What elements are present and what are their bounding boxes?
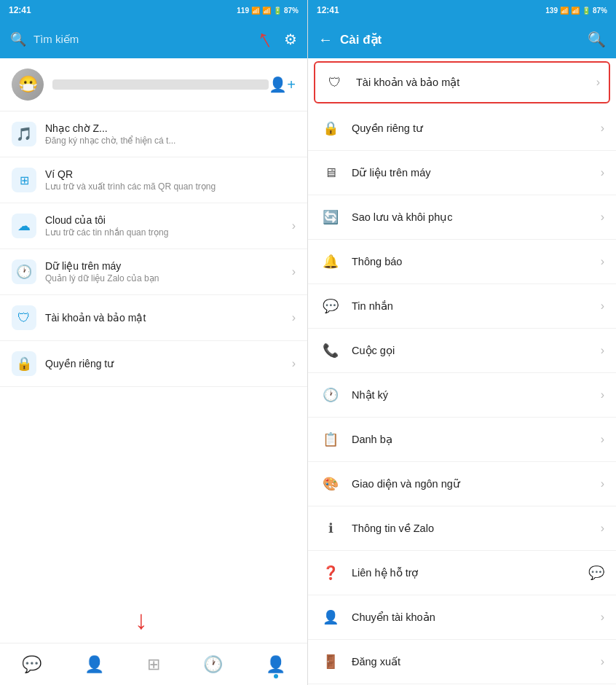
data-icon: 🕐 [12, 259, 36, 284]
right-panel: 12:41 139 📶 📶 🔋 87% ← Cài đặt 🔍 🛡 Tài kh… [308, 0, 616, 685]
backup-icon: 🔄 [320, 206, 341, 228]
chevron-icon: › [292, 357, 296, 370]
left-time: 12:41 [9, 5, 31, 15]
settings-item-tai-khoan[interactable]: 🛡 Tài khoản và bảo mật › [314, 61, 610, 103]
grid-icon: ⊞ [147, 655, 160, 674]
chevron-icon: › [601, 433, 604, 446]
profile-name [52, 79, 269, 90]
menu-subtitle-du-lieu: Quản lý dữ liệu Zalo của bạn [45, 273, 292, 283]
cloud-icon: ☁ [12, 214, 36, 238]
chevron-icon: › [601, 655, 604, 668]
left-top-bar: 🔍 Tìm kiếm ⚙ [0, 20, 307, 58]
settings-title: Cài đặt [340, 32, 580, 47]
chevron-icon: › [601, 255, 604, 268]
settings-item-dang-xuat[interactable]: 🚪 Đăng xuất › [308, 640, 616, 684]
settings-label-chuyen-tai-khoan: Chuyển tài khoản [352, 611, 601, 623]
gear-icon[interactable]: ⚙ [284, 31, 297, 48]
profile-row[interactable]: 😷 👤+ [0, 58, 307, 111]
left-status-icons: 119 📶 📶 🔋 87% [237, 7, 299, 15]
nav-chat[interactable]: 💬 [22, 655, 42, 674]
settings-item-du-lieu-tren-may[interactable]: 🖥 Dữ liệu trên máy › [308, 151, 616, 195]
settings-item-chuyen-tai-khoan[interactable]: 👤 Chuyển tài khoản › [308, 595, 616, 640]
avatar: 😷 [12, 68, 44, 101]
settings-item-lien-he[interactable]: ❓ Liên hệ hỗ trợ 💬 [308, 551, 616, 595]
shield-settings-icon: 🛡 [324, 71, 346, 93]
settings-label-tai-khoan: Tài khoản và bảo mật [356, 77, 596, 88]
phonebook-icon: 📋 [320, 428, 341, 450]
back-button[interactable]: ← [318, 31, 333, 48]
message-settings-icon: 💬 [320, 295, 341, 317]
switch-account-icon: 👤 [320, 606, 341, 628]
menu-subtitle-nhac-cho: Đăng ký nhạc chờ, thể hiện cá t... [45, 136, 296, 146]
settings-label-dang-xuat: Đăng xuất [352, 656, 601, 668]
clock-icon: 🕐 [203, 655, 223, 674]
settings-label-thong-tin-zalo: Thông tin về Zalo [352, 522, 601, 534]
chevron-icon: › [292, 311, 296, 324]
settings-item-thong-bao[interactable]: 🔔 Thông báo › [308, 240, 616, 284]
chat-icon: 💬 [22, 655, 42, 674]
menu-title-du-lieu: Dữ liệu trên máy [45, 260, 292, 272]
settings-label-quyen-rieng-tu: Quyền riêng tư [352, 122, 601, 134]
settings-label-nhat-ky: Nhật ký [352, 389, 601, 401]
profile-edit-icon[interactable]: 👤+ [269, 76, 296, 93]
menu-subtitle-vi-qr: Lưu trữ và xuất trình các mã QR quan trọ… [45, 181, 296, 192]
chevron-icon: › [601, 166, 604, 179]
nav-profile[interactable]: 👤 [266, 655, 285, 674]
theme-icon: 🎨 [320, 473, 341, 495]
chevron-icon: › [601, 388, 604, 402]
settings-item-sao-luu[interactable]: 🔄 Sao lưu và khôi phục › [308, 195, 616, 240]
bottom-nav: 💬 👤 ⊞ 🕐 👤 [0, 643, 307, 685]
menu-item-cloud[interactable]: ☁ Cloud của tôi Lưu trữ các tin nhắn qua… [0, 203, 307, 249]
settings-item-cuoc-goi[interactable]: 📞 Cuộc gọi › [308, 329, 616, 373]
settings-label-sao-luu: Sao lưu và khôi phục [352, 211, 601, 223]
chevron-icon: › [601, 300, 604, 313]
settings-item-giao-dien[interactable]: 🎨 Giao diện và ngôn ngữ › [308, 462, 616, 506]
menu-title-nhac-cho: Nhạc chờ Z... [45, 122, 296, 134]
notification-icon: 🔔 [320, 251, 341, 273]
chevron-icon: › [601, 122, 604, 135]
lock-icon: 🔒 [12, 351, 36, 376]
chevron-icon: › [596, 76, 600, 89]
right-time: 12:41 [317, 5, 339, 15]
menu-item-vi-qr[interactable]: ⊞ Ví QR Lưu trữ và xuất trình các mã QR … [0, 157, 307, 203]
logout-icon: 🚪 [320, 651, 341, 673]
menu-item-nhac-cho[interactable]: 🎵 Nhạc chờ Z... Đăng ký nhạc chờ, thể hi… [0, 111, 307, 157]
settings-item-tin-nhan[interactable]: 💬 Tin nhắn › [308, 284, 616, 329]
left-menu-list: 🎵 Nhạc chờ Z... Đăng ký nhạc chờ, thể hi… [0, 111, 307, 643]
search-icon[interactable]: 🔍 [10, 31, 26, 47]
settings-item-thong-tin-zalo[interactable]: ℹ Thông tin về Zalo › [308, 506, 616, 551]
chevron-icon: › [292, 265, 296, 278]
chevron-icon: › [601, 477, 604, 490]
left-status-bar: 12:41 119 📶 📶 🔋 87% [0, 0, 307, 20]
settings-label-giao-dien: Giao diện và ngôn ngữ [352, 478, 601, 490]
nav-contacts[interactable]: 👤 [84, 655, 104, 674]
search-placeholder[interactable]: Tìm kiếm [33, 33, 277, 46]
menu-item-du-lieu[interactable]: 🕐 Dữ liệu trên máy Quản lý dữ liệu Zalo … [0, 249, 307, 295]
menu-item-tai-khoan[interactable]: 🛡 Tài khoản và bảo mật › [0, 295, 307, 341]
music-icon: 🎵 [12, 122, 36, 146]
lock-settings-icon: 🔒 [320, 117, 341, 139]
chat-bubble-icon: 💬 [588, 565, 604, 581]
settings-label-danh-ba: Danh bạ [352, 434, 601, 445]
right-top-bar: ← Cài đặt 🔍 [308, 20, 616, 58]
right-status-icons: 139 📶 📶 🔋 87% [545, 7, 607, 15]
settings-item-danh-ba[interactable]: 📋 Danh bạ › [308, 418, 616, 462]
settings-item-nhat-ky[interactable]: 🕐 Nhật ký › [308, 373, 616, 418]
settings-label-thong-bao: Thông báo [352, 256, 601, 267]
settings-list: 🛡 Tài khoản và bảo mật › 🔒 Quyền riêng t… [308, 58, 616, 685]
diary-icon: 🕐 [320, 384, 341, 406]
active-indicator [274, 674, 278, 678]
settings-label-du-lieu-tren-may: Dữ liệu trên máy [352, 167, 601, 179]
chevron-icon: › [601, 344, 604, 357]
shield-icon: 🛡 [12, 305, 36, 330]
settings-item-quyen-rieng-tu[interactable]: 🔒 Quyền riêng tư › [308, 106, 616, 151]
menu-item-quyen-rieng[interactable]: 🔒 Quyền riêng tư › [0, 341, 307, 387]
right-search-icon[interactable]: 🔍 [588, 31, 606, 48]
nav-clock[interactable]: 🕐 [203, 655, 223, 674]
menu-title-cloud: Cloud của tôi [45, 214, 292, 226]
chevron-icon: › [601, 611, 604, 624]
nav-grid[interactable]: ⊞ [147, 655, 160, 674]
settings-label-tin-nhan: Tin nhắn [352, 300, 601, 312]
settings-label-lien-he: Liên hệ hỗ trợ [352, 567, 588, 579]
menu-title-vi-qr: Ví QR [45, 168, 296, 180]
